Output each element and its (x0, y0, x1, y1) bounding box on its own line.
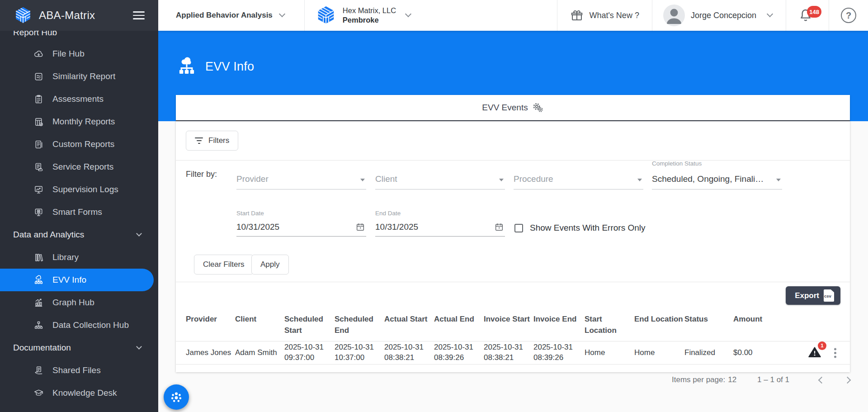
completion-status-value: Scheduled, Ongoing, Finali… (652, 174, 764, 184)
sidebar-item-label: EVV Info (52, 275, 86, 285)
sidebar: ABA-Matrix Report Hub File Hub Similarit… (0, 0, 158, 412)
start-date-field[interactable]: Start Date 10/31/2025 (236, 208, 366, 237)
events-table-section: Export csv Provider Client Scheduled Sta… (176, 282, 850, 371)
items-per-page-label: Items per page: (672, 375, 725, 384)
document-hand-icon (33, 365, 44, 376)
sidebar-section-documentation[interactable]: Documentation (0, 336, 158, 359)
sidebar-item-file-hub[interactable]: File Hub (0, 43, 158, 65)
gift-icon (570, 9, 584, 22)
sidebar-item-label: Smart Forms (52, 207, 102, 217)
sidebar-item-data-collection-hub[interactable]: Data Collection Hub (0, 314, 158, 336)
cell-scheduled-start: 2025-10-31 09:37:00 (284, 342, 335, 363)
document-lines-icon (33, 139, 44, 150)
sidebar-item-label: Service Reports (52, 162, 113, 172)
organization-location: Pembroke (343, 15, 396, 25)
sidebar-item-smart-forms[interactable]: Smart Forms (0, 201, 158, 223)
cell-end-location: Home (634, 348, 684, 358)
section-label: Data and Analytics (13, 230, 84, 240)
tab-evv-events[interactable]: EVV Events (176, 95, 850, 121)
sidebar-item-evv-info[interactable]: EVV Info (0, 269, 154, 291)
sidebar-item-label: Custom Reports (52, 139, 114, 149)
errors-only-checkbox-row[interactable]: Show Events With Errors Only (514, 223, 646, 233)
completion-status-select[interactable]: Completion Status Scheduled, Ongoing, Fi… (652, 169, 782, 189)
sidebar-section-report-hub[interactable]: Report Hub (0, 31, 158, 43)
next-page-icon[interactable] (844, 376, 851, 384)
dropdown-arrow-icon (637, 179, 642, 181)
start-date-row: 10/31/2025 (236, 222, 365, 232)
sitemap-icon (33, 320, 44, 331)
cloud-network-icon (33, 275, 44, 285)
items-per-page-value[interactable]: 12 (728, 375, 736, 384)
provider-select[interactable]: Provider (236, 169, 366, 189)
column-header-status: Status (684, 314, 733, 325)
module-switcher[interactable]: Applied Behavior Analysis (158, 0, 304, 31)
end-date-field[interactable]: End Date 10/31/2025 (375, 208, 505, 237)
sidebar-item-supervision-logs[interactable]: Supervision Logs (0, 178, 158, 201)
sidebar-item-similarity-report[interactable]: Similarity Report (0, 65, 158, 88)
row-actions-menu-icon[interactable] (834, 352, 836, 354)
evv-events-card: EVV Events Filters Filter by: Provider C… (176, 95, 850, 372)
errors-only-label: Show Events With Errors Only (530, 223, 646, 233)
previous-page-icon[interactable] (818, 376, 826, 384)
paginator: Items per page: 12 1 – 1 of 1 (672, 369, 850, 391)
sidebar-section-data-and-analytics[interactable]: Data and Analytics (0, 223, 158, 246)
column-header-actual-start: Actual Start (384, 314, 434, 325)
sidebar-item-service-reports[interactable]: Service Reports (0, 156, 158, 178)
column-header-scheduled-start: Scheduled Start (284, 314, 335, 336)
topbar-spacer (427, 0, 557, 31)
chevron-down-icon (136, 344, 142, 350)
notifications-button[interactable]: 148 (786, 0, 829, 31)
sidebar-item-shared-files[interactable]: Shared Files (0, 359, 158, 382)
start-date-value: 10/31/2025 (236, 222, 279, 232)
cell-status: Finalized (684, 348, 733, 358)
section-label: Report Hub (13, 31, 57, 38)
sidebar-item-label: Supervision Logs (52, 185, 118, 194)
calendar-icon[interactable] (494, 222, 504, 232)
sidebar-item-knowledge-desk[interactable]: Knowledge Desk (0, 382, 158, 404)
cell-actual-start: 2025-10-31 08:38:21 (384, 342, 434, 363)
export-csv-button[interactable]: Export csv (786, 286, 840, 305)
dropdown-arrow-icon (360, 179, 365, 181)
procedure-placeholder: Procedure (514, 174, 553, 184)
user-name: Jorge Concepcion (691, 11, 756, 20)
checkbox-unchecked-icon[interactable] (514, 224, 523, 232)
whats-new-button[interactable]: What's New ? (557, 0, 652, 31)
app-title: ABA-Matrix (39, 9, 95, 22)
cell-actual-end: 2025-10-31 08:39:26 (434, 342, 484, 363)
settings-gears-icon[interactable] (532, 102, 544, 113)
table-row[interactable]: James Jones Adam Smith 2025-10-31 09:37:… (176, 341, 850, 365)
hamburger-menu-icon[interactable] (133, 9, 145, 21)
dropdown-arrow-icon (776, 179, 781, 181)
end-date-value: 10/31/2025 (375, 222, 418, 232)
user-menu[interactable]: Jorge Concepcion (652, 0, 786, 31)
sidebar-item-monthly-reports[interactable]: Monthly Reports (0, 110, 158, 133)
filters-button-label: Filters (208, 136, 229, 145)
filters-button[interactable]: Filters (186, 131, 238, 151)
sidebar-item-graph-hub[interactable]: Graph Hub (0, 291, 158, 314)
filter-icon (195, 137, 203, 144)
sidebar-item-library[interactable]: Library (0, 246, 158, 269)
csv-file-icon: csv (824, 289, 834, 302)
column-header-actual-end: Actual End (434, 314, 484, 325)
warning-button[interactable]: 1 (808, 346, 822, 360)
page-title: EVV Info (205, 60, 254, 74)
completion-status-label: Completion Status (652, 160, 702, 167)
accessibility-widget-button[interactable] (164, 384, 189, 410)
help-button[interactable]: ? (829, 0, 868, 31)
filters-toggle-row: Filters (176, 121, 850, 161)
apply-button[interactable]: Apply (251, 255, 289, 275)
clipboard-icon (33, 94, 44, 104)
sidebar-item-assessments[interactable]: Assessments (0, 88, 158, 110)
procedure-select[interactable]: Procedure (514, 169, 643, 189)
notification-count-badge: 148 (807, 6, 821, 18)
organization-switcher[interactable]: Hex Matrix, LLC Pembroke (304, 0, 427, 31)
calendar-icon[interactable] (355, 222, 365, 232)
clear-filters-button[interactable]: Clear Filters (194, 255, 254, 275)
organization-text: Hex Matrix, LLC Pembroke (343, 6, 396, 24)
client-select[interactable]: Client (375, 169, 505, 189)
avatar (663, 5, 685, 26)
dropdown-arrow-icon (499, 179, 504, 181)
filter-by-label: Filter by: (186, 170, 217, 179)
sidebar-item-custom-reports[interactable]: Custom Reports (0, 133, 158, 156)
module-label: Applied Behavior Analysis (176, 11, 273, 20)
